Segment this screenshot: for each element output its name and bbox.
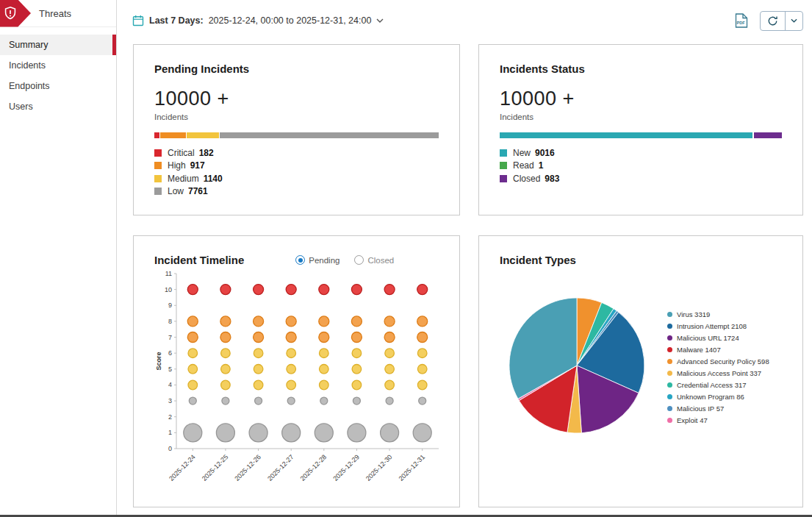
timeline-bubble-score-5[interactable] <box>188 365 198 374</box>
timeline-bubble-score-6[interactable] <box>385 349 395 358</box>
timeline-bubble-score-4[interactable] <box>352 380 362 390</box>
radio-pending[interactable]: Pending <box>295 255 339 265</box>
timeline-bubble-score-7[interactable] <box>351 332 362 343</box>
timeline-bubble-score-1[interactable] <box>216 424 234 442</box>
pdf-export-button[interactable]: PDF <box>735 13 748 28</box>
timeline-bubble-score-8[interactable] <box>351 316 362 327</box>
incidents-status-count-label: Incidents <box>500 113 782 121</box>
refresh-button[interactable] <box>760 11 803 31</box>
timeline-bubble-score-8[interactable] <box>220 316 231 327</box>
refresh-menu-toggle[interactable] <box>785 12 802 30</box>
timeline-bubble-score-7[interactable] <box>319 332 329 343</box>
timeline-bubble-score-4[interactable] <box>254 380 263 390</box>
timeline-bubble-score-8[interactable] <box>417 316 428 327</box>
timeline-bubble-score-3[interactable] <box>386 397 393 404</box>
timeline-bubble-score-3[interactable] <box>320 397 328 404</box>
timeline-bubble-score-6[interactable] <box>320 349 329 358</box>
timeline-bubble-score-5[interactable] <box>320 365 329 374</box>
timeline-bubble-score-5[interactable] <box>417 365 427 374</box>
timeline-bubble-score-1[interactable] <box>348 424 366 442</box>
timeline-bubble-score-10[interactable] <box>351 285 362 295</box>
legend-swatch <box>154 188 162 195</box>
timeline-bubble-score-10[interactable] <box>319 285 329 295</box>
timeline-bubble-score-5[interactable] <box>287 365 296 374</box>
timeline-bubble-score-3[interactable] <box>419 397 426 404</box>
sidebar-item-endpoints[interactable]: Endpoints <box>0 76 116 96</box>
timeline-bubble-score-3[interactable] <box>353 397 360 404</box>
timeline-bubble-score-6[interactable] <box>417 349 427 358</box>
timeline-bubble-score-8[interactable] <box>319 316 329 327</box>
pie-legend-item-virus: Virus 3319 <box>667 308 769 320</box>
timeline-bubble-score-1[interactable] <box>184 424 202 442</box>
timeline-bubble-score-1[interactable] <box>381 424 399 442</box>
timeline-bubble-score-7[interactable] <box>187 332 198 343</box>
chevron-down-icon <box>376 18 384 23</box>
timeline-bubble-score-6[interactable] <box>254 349 263 358</box>
timeline-bubble-score-4[interactable] <box>287 380 296 390</box>
timeline-bubble-score-6[interactable] <box>188 349 198 358</box>
timeline-bubble-score-3[interactable] <box>222 397 229 404</box>
radio-closed[interactable]: Closed <box>354 255 394 265</box>
timeline-bubble-score-7[interactable] <box>384 332 395 343</box>
timeline-bubble-score-8[interactable] <box>187 316 198 327</box>
timeline-bubble-score-10[interactable] <box>187 285 198 295</box>
timeline-bubble-score-8[interactable] <box>254 316 264 327</box>
legend-item-high: High917 <box>154 160 439 173</box>
timeline-bubble-score-1[interactable] <box>282 424 301 442</box>
timeline-bubble-score-4[interactable] <box>385 380 395 390</box>
timeline-bubble-score-10[interactable] <box>286 285 296 295</box>
timeline-bubble-score-5[interactable] <box>221 365 231 374</box>
timeline-bubble-score-3[interactable] <box>189 397 196 404</box>
timeline-bubble-score-10[interactable] <box>254 285 264 295</box>
radio-circle-icon <box>295 255 305 265</box>
legend-label: New <box>513 148 531 158</box>
incident-types-pie-svg <box>507 296 647 435</box>
timeline-bubble-score-1[interactable] <box>315 424 333 442</box>
sidebar-item-incidents[interactable]: Incidents <box>0 55 116 76</box>
timeline-bubble-score-6[interactable] <box>352 349 362 358</box>
date-range-selector[interactable]: Last 7 Days: 2025-12-24, 00:00 to 2025-1… <box>132 15 384 26</box>
timeline-bubble-score-10[interactable] <box>384 285 395 295</box>
timeline-bubble-score-4[interactable] <box>417 380 427 390</box>
bar-segment-high <box>160 132 186 138</box>
timeline-bubble-score-6[interactable] <box>287 349 296 358</box>
timeline-bubble-score-6[interactable] <box>221 349 231 358</box>
pie-legend-item-exploit: Exploit 47 <box>667 414 769 426</box>
legend-label: Medium <box>168 174 199 184</box>
timeline-bubble-score-3[interactable] <box>255 397 262 404</box>
radio-label: Pending <box>309 256 339 265</box>
legend-label: Malicious URL 1724 <box>677 334 739 342</box>
timeline-bubble-score-7[interactable] <box>286 332 296 343</box>
timeline-bubble-score-8[interactable] <box>384 316 395 327</box>
legend-label: Critical <box>168 148 195 158</box>
timeline-bubble-score-10[interactable] <box>220 285 231 295</box>
pie-legend-item-advanced-security-policy: Advanced Security Policy 598 <box>667 355 769 367</box>
sidebar-item-users[interactable]: Users <box>0 96 116 117</box>
timeline-bubble-score-7[interactable] <box>417 332 428 343</box>
svg-text:2025-12-24: 2025-12-24 <box>168 453 197 481</box>
incident-timeline-header: Incident Timeline PendingClosed <box>154 254 439 266</box>
timeline-bubble-score-1[interactable] <box>249 424 267 442</box>
legend-label: Read <box>513 160 534 171</box>
timeline-bubble-score-4[interactable] <box>221 380 231 390</box>
legend-dot <box>667 371 672 376</box>
timeline-bubble-score-7[interactable] <box>254 332 264 343</box>
sidebar-item-summary[interactable]: Summary <box>0 35 116 55</box>
incident-types-card: Incident Types Virus 3319Intrusion Attem… <box>478 235 803 507</box>
timeline-bubble-score-5[interactable] <box>254 365 263 374</box>
refresh-action[interactable] <box>761 12 785 30</box>
timeline-bubble-score-5[interactable] <box>385 365 395 374</box>
timeline-bubble-score-5[interactable] <box>352 365 362 374</box>
timeline-bubble-score-4[interactable] <box>188 380 198 390</box>
dashboard-cards: Pending Incidents 10000 + Incidents Crit… <box>133 44 812 507</box>
svg-text:11: 11 <box>165 270 172 277</box>
bar-segment-closed <box>754 132 782 138</box>
timeline-bubble-score-7[interactable] <box>220 332 231 343</box>
timeline-bubble-score-10[interactable] <box>417 285 428 295</box>
timeline-bubble-score-3[interactable] <box>287 397 295 404</box>
pending-incidents-card: Pending Incidents 10000 + Incidents Crit… <box>133 44 460 215</box>
timeline-bubble-score-1[interactable] <box>413 424 431 442</box>
timeline-bubble-score-8[interactable] <box>286 316 296 327</box>
card-title: Incidents Status <box>500 63 782 75</box>
timeline-bubble-score-4[interactable] <box>320 380 329 390</box>
